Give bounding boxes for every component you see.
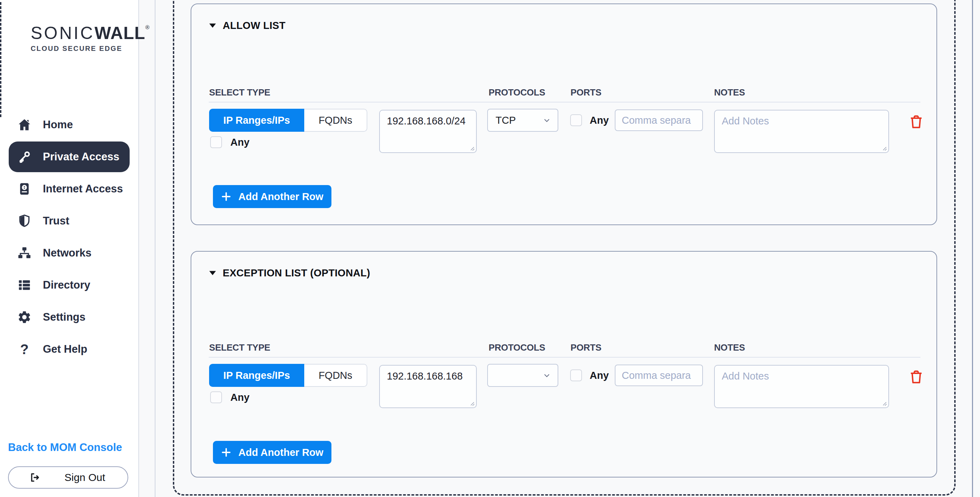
delete-row-button[interactable] (908, 369, 924, 385)
exception-list-panel: EXCEPTION LIST (OPTIONAL) SELECT TYPE PR… (191, 251, 937, 478)
trash-icon (908, 114, 924, 131)
toggle-fqdns[interactable]: FQDNs (304, 364, 368, 387)
ip-range-textarea[interactable]: 192.168.168.168 (379, 365, 477, 408)
any-label: Any (231, 392, 250, 403)
type-any-option: Any (210, 391, 250, 403)
exception-list-header[interactable]: EXCEPTION LIST (OPTIONAL) (209, 267, 370, 279)
sidebar-item-label: Directory (43, 279, 90, 292)
column-header-select-type: SELECT TYPE (209, 87, 270, 98)
chevron-down-icon (542, 371, 551, 380)
caret-down-icon (209, 23, 216, 28)
any-label: Any (231, 137, 250, 148)
ip-range-field-wrap: 192.168.168.168 (379, 365, 477, 408)
delete-row-button[interactable] (908, 114, 924, 131)
notes-textarea[interactable] (714, 365, 889, 408)
content-gutter-divider (155, 0, 156, 497)
sidebar-item-label: Settings (43, 311, 85, 323)
resize-handle-icon[interactable] (882, 401, 887, 406)
sidebar-item-label: Home (43, 118, 73, 131)
sidebar-nav: Home Private Access Internet Access Trus… (9, 110, 130, 366)
protocol-select[interactable]: TCP (487, 109, 558, 132)
ports-input[interactable] (615, 365, 703, 386)
ip-range-field-wrap: 192.168.168.0/24 (379, 110, 477, 153)
add-row-label: Add Another Row (239, 447, 323, 458)
column-header-protocols: PROTOCOLS (488, 342, 545, 353)
home-icon (17, 117, 32, 132)
trash-icon (908, 369, 924, 385)
logo-tagline: CLOUD SECURE EDGE (31, 45, 150, 53)
sign-out-label: Sign Out (64, 472, 105, 483)
sign-out-icon (29, 472, 41, 483)
sidebar-item-label: Private Access (43, 151, 119, 163)
ports-any-checkbox[interactable] (570, 370, 582, 381)
allow-list-panel: ALLOW LIST SELECT TYPE PROTOCOLS PORTS N… (191, 3, 937, 225)
toggle-ip-ranges[interactable]: IP Ranges/IPs (209, 109, 304, 132)
sidebar: SONICWALL® CLOUD SECURE EDGE Home Privat… (0, 0, 139, 497)
any-checkbox[interactable] (210, 391, 222, 403)
ports-input[interactable] (615, 110, 703, 131)
back-to-mom-console-link[interactable]: Back to MOM Console (8, 441, 122, 454)
sidebar-item-trust[interactable]: Trust (9, 205, 130, 236)
sidebar-item-label: Trust (43, 215, 69, 227)
protocol-value: TCP (496, 115, 516, 126)
question-icon: ? (17, 342, 32, 357)
passport-globe-icon (17, 181, 32, 197)
ports-any-checkbox[interactable] (570, 114, 582, 126)
sidebar-item-get-help[interactable]: ? Get Help (9, 334, 130, 365)
sidebar-item-directory[interactable]: Directory (9, 270, 130, 300)
column-headers: SELECT TYPE PROTOCOLS PORTS NOTES (209, 87, 920, 101)
sidebar-item-label: Networks (43, 247, 92, 259)
allow-list-header[interactable]: ALLOW LIST (209, 20, 285, 31)
sonicwall-logo: SONICWALL® CLOUD SECURE EDGE (31, 23, 150, 53)
allow-list-row: IP Ranges/IPs FQDNs Any 192.168.168.0/24… (209, 109, 920, 183)
toggle-fqdns[interactable]: FQDNs (304, 109, 368, 132)
sidebar-item-private-access[interactable]: Private Access (9, 142, 130, 172)
key-icon (17, 149, 32, 164)
list-icon (17, 277, 32, 293)
column-header-ports: PORTS (571, 342, 601, 353)
header-divider (209, 357, 920, 358)
sidebar-item-home[interactable]: Home (9, 110, 130, 140)
column-header-ports: PORTS (571, 87, 601, 98)
type-any-option: Any (210, 136, 250, 148)
add-another-row-button[interactable]: Add Another Row (213, 185, 331, 208)
notes-textarea[interactable] (714, 110, 889, 153)
resize-handle-icon[interactable] (470, 401, 475, 406)
shield-icon (17, 213, 32, 229)
any-checkbox[interactable] (210, 136, 222, 148)
ports-any-label: Any (590, 370, 609, 381)
gear-icon (17, 309, 32, 325)
ip-range-textarea[interactable]: 192.168.168.0/24 (379, 110, 477, 153)
sign-out-button[interactable]: Sign Out (8, 466, 128, 489)
add-row-label: Add Another Row (239, 191, 323, 202)
ports-any-label: Any (590, 115, 609, 126)
column-header-notes: NOTES (714, 342, 745, 353)
ports-any-option: Any (570, 370, 609, 381)
caret-down-icon (209, 271, 216, 276)
type-toggle: IP Ranges/IPs FQDNs (209, 364, 368, 387)
network-icon (17, 245, 32, 261)
dashed-left-edge (0, 2, 2, 117)
notes-field-wrap (714, 110, 889, 153)
plus-icon (221, 447, 231, 458)
resize-handle-icon[interactable] (882, 147, 887, 151)
resize-handle-icon[interactable] (470, 147, 475, 151)
plus-icon (221, 191, 231, 202)
panel-title: EXCEPTION LIST (OPTIONAL) (223, 267, 370, 279)
notes-field-wrap (714, 365, 889, 408)
sidebar-item-networks[interactable]: Networks (9, 238, 130, 268)
add-another-row-button[interactable]: Add Another Row (213, 441, 331, 464)
sidebar-item-label: Internet Access (43, 183, 123, 195)
sidebar-item-settings[interactable]: Settings (9, 302, 130, 333)
sidebar-item-internet-access[interactable]: Internet Access (9, 174, 130, 204)
toggle-ip-ranges[interactable]: IP Ranges/IPs (209, 364, 304, 387)
logo-wordmark: SONICWALL® (31, 23, 150, 43)
sidebar-item-label: Get Help (43, 343, 87, 355)
right-edge-divider (972, 0, 973, 497)
exception-list-row: IP Ranges/IPs FQDNs Any 192.168.168.168 … (209, 364, 920, 438)
type-toggle: IP Ranges/IPs FQDNs (209, 109, 368, 132)
panel-title: ALLOW LIST (223, 20, 285, 31)
chevron-down-icon (542, 116, 551, 125)
header-divider (209, 102, 920, 102)
protocol-select[interactable] (487, 364, 558, 387)
